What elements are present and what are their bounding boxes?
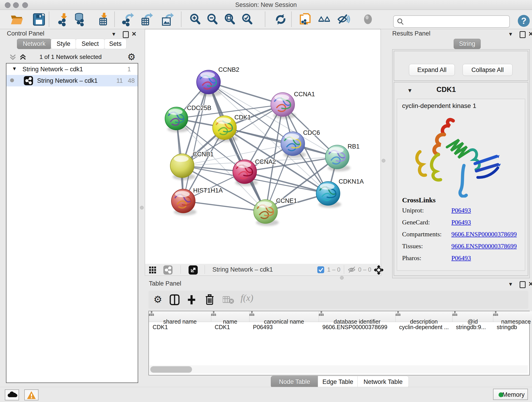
float-panel-icon[interactable]: ▾ (509, 31, 512, 37)
inactive-eye-icon[interactable] (361, 13, 375, 26)
network-node-CCNB1[interactable]: CCNB1 (170, 151, 214, 180)
collection-expand-icon[interactable]: ▼ (12, 63, 17, 75)
zoom-fit-icon[interactable] (223, 13, 237, 26)
function-builder-icon[interactable]: f(x) (241, 293, 253, 303)
search-input[interactable] (393, 15, 510, 28)
crosslink-link[interactable]: P06493 (451, 219, 471, 226)
cytoscape-window: Session: New Session ? Control Panel ▾ ✕… (0, 0, 532, 402)
add-column-icon[interactable] (186, 294, 196, 305)
table-cell[interactable]: stringdb:9... (452, 322, 493, 332)
column-header-canonicalname[interactable]: canonical name (249, 311, 319, 322)
grid-view-icon[interactable] (149, 266, 157, 274)
table-cell[interactable]: CDK1 (211, 322, 249, 332)
maximize-window-icon[interactable] (22, 2, 28, 8)
close-window-icon[interactable] (5, 2, 11, 8)
export-image-icon[interactable] (161, 13, 175, 26)
scrollbar-thumb[interactable] (150, 366, 192, 373)
cloud-button[interactable] (5, 389, 19, 400)
minimize-window-icon[interactable] (13, 2, 19, 8)
import-database-icon[interactable] (73, 13, 86, 26)
network-canvas[interactable]: CCNB2 CCNA1 CDC25B CDK1 CDC6 RB1 CCNB1 C… (145, 29, 381, 264)
column-header-databaseidentifier[interactable]: database identifier (319, 311, 396, 322)
column-header-namespace[interactable]: namespace (493, 311, 532, 322)
table-panel-title: Table Panel (149, 280, 181, 287)
network-options-gear-icon[interactable]: ⚙ (127, 51, 136, 62)
table-cell[interactable]: P06493 (249, 322, 319, 332)
collapse-section-icon[interactable]: ▼ (407, 87, 413, 94)
warning-button[interactable] (24, 389, 38, 400)
close-panel-icon[interactable]: ✕ (132, 31, 137, 37)
open-in-browser-icon[interactable] (189, 265, 198, 274)
network-edge[interactable] (183, 82, 209, 201)
network-node-CDC25B[interactable]: CDC25B (165, 104, 211, 132)
network-edge[interactable] (183, 201, 266, 211)
help-button[interactable]: ? (518, 15, 530, 27)
close-panel-icon[interactable]: ✕ (528, 281, 532, 287)
column-header-id[interactable]: @id (452, 311, 493, 322)
tab-string[interactable]: String (454, 39, 481, 49)
zoom-selected-icon[interactable] (241, 13, 254, 26)
network-node-CDK1[interactable]: CDK1 (213, 114, 251, 142)
network-node-CCNE1[interactable]: CCNE1 (254, 197, 297, 226)
tab-edge-table[interactable]: Edge Table (318, 376, 358, 388)
tab-sets[interactable]: Sets (104, 39, 127, 49)
import-network-icon[interactable] (56, 13, 70, 26)
selected-checkbox-icon[interactable] (317, 266, 324, 273)
table-cell[interactable]: 9606.ENSP00000378699 (319, 322, 395, 332)
zoom-out-icon[interactable] (206, 13, 220, 26)
network-view-bar: String Network – cdk1 1 – 0 0 – 0 (145, 264, 381, 276)
save-icon[interactable] (32, 13, 46, 26)
table-cell[interactable]: CDK1 (149, 322, 211, 332)
hide-panels-icon[interactable] (317, 13, 331, 26)
network-node-CCNB2[interactable]: CCNB2 (196, 66, 239, 96)
table-cell[interactable]: cyclin-dependent ... (395, 322, 452, 332)
export-table-icon[interactable] (140, 13, 154, 26)
collapse-all-button[interactable]: Collapse All (462, 64, 513, 76)
column-header-name[interactable]: name (211, 311, 249, 322)
table-toolbar: ⚙ f(x) (148, 291, 528, 309)
birds-eye-view-icon[interactable] (163, 265, 172, 274)
crosslink-link[interactable]: P06493 (451, 254, 471, 262)
network-node-CDKN1A[interactable]: CDKN1A (316, 178, 364, 208)
crosslink-link[interactable]: 9606.ENSP00000378699 (451, 242, 517, 249)
tab-node-table[interactable]: Node Table (271, 376, 318, 388)
delete-table-icon[interactable] (223, 296, 234, 304)
status-bar: Memory (0, 387, 532, 402)
column-header-sharedname[interactable]: shared name (149, 311, 211, 322)
memory-button[interactable]: Memory (493, 389, 528, 400)
network-node-RB1[interactable]: RB1 (325, 143, 360, 172)
undock-panel-icon[interactable] (123, 31, 129, 38)
horizontal-scrollbar[interactable] (149, 365, 528, 374)
close-panel-icon[interactable]: ✕ (528, 31, 532, 37)
float-panel-icon[interactable]: ▾ (509, 281, 512, 287)
delete-column-icon[interactable] (205, 294, 215, 305)
tab-select[interactable]: Select (76, 39, 105, 49)
import-table-icon[interactable] (96, 13, 110, 26)
open-folder-icon[interactable] (10, 13, 24, 26)
network-node-HIST1H1A[interactable]: HIST1H1A (171, 187, 223, 216)
column-header-description[interactable]: description (395, 311, 452, 322)
expand-all-button[interactable]: Expand All (409, 64, 455, 76)
crosslink-link[interactable]: P06493 (451, 207, 471, 214)
node-table[interactable]: shared namenamecanonical namedatabase id… (148, 311, 530, 375)
table-options-gear-icon[interactable]: ⚙ (153, 294, 162, 305)
tab-style[interactable]: Style (51, 39, 76, 49)
table-cell[interactable]: stringdb (493, 322, 532, 332)
refresh-icon[interactable] (274, 13, 288, 26)
network-collection-row[interactable]: ▼ String Network – cdk1 1 (6, 64, 138, 75)
export-network-icon[interactable] (121, 13, 135, 26)
show-hide-graphics-icon[interactable] (337, 13, 351, 26)
show-columns-icon[interactable] (170, 294, 180, 305)
network-node-CCNA1[interactable]: CCNA1 (271, 91, 315, 119)
left-splitter-handle[interactable] (140, 206, 144, 210)
tab-network-table[interactable]: Network Table (357, 376, 409, 388)
zoom-in-icon[interactable] (189, 13, 203, 26)
network-row[interactable]: String Network – cdk1 11 48 (6, 75, 138, 86)
float-panel-icon[interactable]: ▾ (112, 31, 115, 37)
tab-network[interactable]: Network (17, 39, 51, 49)
copy-network-icon[interactable] (298, 13, 312, 26)
crosslink-link[interactable]: 9606.ENSP00000378699 (451, 230, 517, 238)
undock-panel-icon[interactable] (520, 31, 526, 38)
undock-panel-icon[interactable] (520, 281, 526, 288)
hidden-eye-icon (348, 266, 357, 274)
